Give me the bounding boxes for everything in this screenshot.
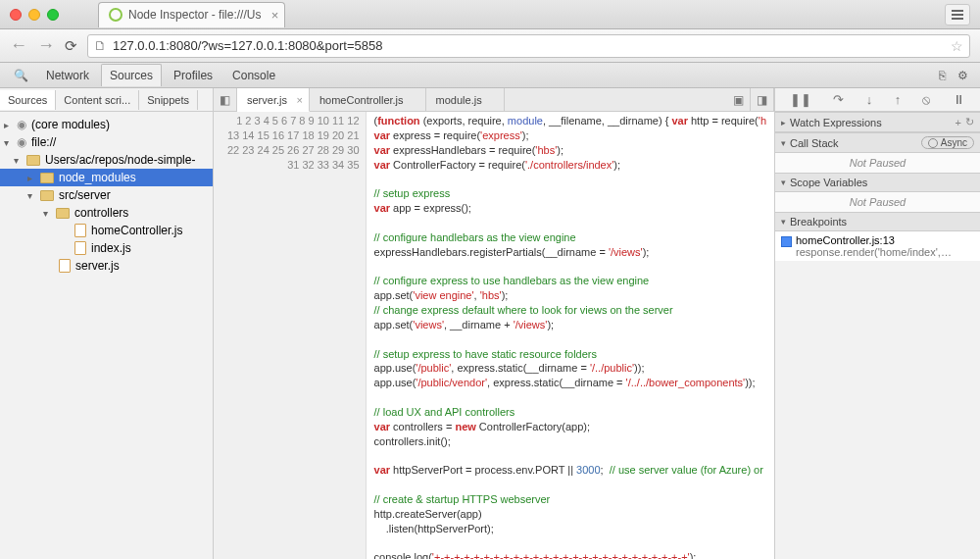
hide-debugger-icon[interactable]: ◨ (751, 88, 774, 111)
devtools-toolbar: 🔍 Network Sources Profiles Console ⎘ ⚙ (0, 63, 980, 88)
sidebar-tab-snippets[interactable]: Snippets (139, 90, 198, 110)
tree-file[interactable]: ▾file:// (0, 133, 213, 151)
url-field[interactable]: 🗋 ☆ (87, 34, 970, 58)
breakpoint-code: response.render('home/index',… (796, 246, 952, 258)
browser-tab[interactable]: Node Inspector - file:///Us × (98, 2, 285, 27)
code-content[interactable]: (function (exports, require, module, __f… (367, 112, 774, 559)
window-minimize[interactable] (28, 9, 40, 21)
sources-sidebar: Sources Content scri... Snippets ▸(core … (0, 88, 214, 559)
pause-on-exceptions-icon[interactable]: ⏸ (953, 92, 965, 107)
hamburger-icon (952, 10, 963, 20)
deactivate-breakpoints-icon[interactable]: ⦸ (922, 92, 930, 108)
breakpoint-location: homeController.js:13 (796, 234, 952, 246)
window-zoom[interactable] (47, 9, 59, 21)
line-gutter: 1 2 3 4 5 6 7 8 9 10 11 12 13 14 15 16 1… (214, 112, 367, 559)
tab-network[interactable]: Network (38, 65, 97, 86)
breakpoints-header[interactable]: ▾Breakpoints (775, 212, 980, 231)
tree-src-server[interactable]: ▾src/server (0, 186, 213, 204)
tree-server-js[interactable]: server.js (0, 257, 213, 275)
back-button[interactable]: ← (10, 35, 27, 56)
file-tab-module[interactable]: module.js (426, 88, 505, 111)
tree-path[interactable]: ▾Users/ac/repos/node-simple- (0, 151, 213, 169)
sidebar-tab-content-scripts[interactable]: Content scri... (56, 90, 139, 110)
watch-expressions-header[interactable]: ▸Watch Expressions + ↻ (775, 112, 980, 132)
file-icon (74, 241, 86, 255)
folder-icon (56, 208, 70, 219)
folder-icon (26, 155, 40, 166)
reload-button[interactable]: ⟳ (65, 37, 77, 55)
page-icon: 🗋 (94, 38, 107, 53)
tab-sources[interactable]: Sources (101, 64, 162, 86)
step-over-icon[interactable]: ↷ (833, 92, 844, 107)
file-tabs: ◧ server.js× homeController.js module.js… (214, 88, 774, 112)
tab-close-icon[interactable]: × (271, 8, 279, 23)
refresh-watch-icon[interactable]: ↻ (965, 116, 974, 128)
drawer-toggle-icon[interactable]: ⎘ (935, 67, 950, 84)
address-bar: ← → ⟳ 🗋 ☆ (0, 29, 980, 63)
tree-node-modules[interactable]: ▸node_modules (0, 169, 213, 186)
sidebar-tab-sources[interactable]: Sources (0, 90, 56, 110)
tree-controllers[interactable]: ▾controllers (0, 204, 213, 222)
show-navigator-icon[interactable]: ◧ (214, 88, 237, 111)
settings-gear-icon[interactable]: ⚙ (954, 67, 972, 84)
code-editor[interactable]: 1 2 3 4 5 6 7 8 9 10 11 12 13 14 15 16 1… (214, 112, 774, 559)
tree-home-controller[interactable]: homeController.js (0, 222, 213, 239)
debug-panel: ❚❚ ↷ ↓ ↑ ⦸ ⏸ ▸Watch Expressions + ↻ ▾Cal… (774, 88, 980, 559)
breakpoint-item[interactable]: homeController.js:13 response.render('ho… (775, 231, 980, 261)
tree-index-js[interactable]: index.js (0, 239, 213, 257)
close-icon[interactable]: × (297, 94, 303, 106)
scope-variables-header[interactable]: ▾Scope Variables (775, 173, 980, 192)
tree-core-modules[interactable]: ▸(core modules) (0, 116, 213, 133)
file-tree: ▸(core modules) ▾file:// ▾Users/ac/repos… (0, 112, 213, 559)
call-stack-body: Not Paused (775, 153, 980, 173)
search-icon[interactable]: 🔍 (8, 67, 34, 84)
url-input[interactable] (113, 38, 945, 53)
tab-profiles[interactable]: Profiles (166, 65, 220, 86)
window-close[interactable] (10, 9, 22, 21)
add-watch-icon[interactable]: + (956, 117, 961, 128)
breakpoint-checkbox[interactable] (781, 236, 792, 247)
debug-controls: ❚❚ ↷ ↓ ↑ ⦸ ⏸ (775, 88, 980, 112)
bookmark-icon[interactable]: ☆ (951, 38, 963, 54)
file-icon (74, 224, 86, 237)
pause-icon[interactable]: ❚❚ (790, 92, 811, 107)
folder-icon (40, 190, 54, 201)
browser-menu-button[interactable] (945, 4, 970, 25)
step-out-icon[interactable]: ↑ (895, 92, 902, 107)
editor-area: ◧ server.js× homeController.js module.js… (214, 88, 774, 559)
file-tab-homecontroller[interactable]: homeController.js (310, 88, 426, 111)
call-stack-header[interactable]: ▾Call Stack Async (775, 132, 980, 153)
titlebar: Node Inspector - file:///Us × (0, 0, 980, 29)
scope-variables-body: Not Paused (775, 192, 980, 212)
async-toggle[interactable]: Async (921, 136, 974, 149)
pretty-print-icon[interactable]: ▣ (727, 88, 751, 111)
step-into-icon[interactable]: ↓ (866, 92, 873, 107)
file-tab-server[interactable]: server.js× (237, 88, 310, 112)
favicon-icon (109, 8, 122, 22)
file-icon (59, 259, 71, 273)
tab-console[interactable]: Console (224, 65, 283, 86)
forward-button[interactable]: → (37, 35, 55, 56)
tab-title: Node Inspector - file:///Us (128, 8, 261, 22)
folder-icon (40, 173, 54, 183)
